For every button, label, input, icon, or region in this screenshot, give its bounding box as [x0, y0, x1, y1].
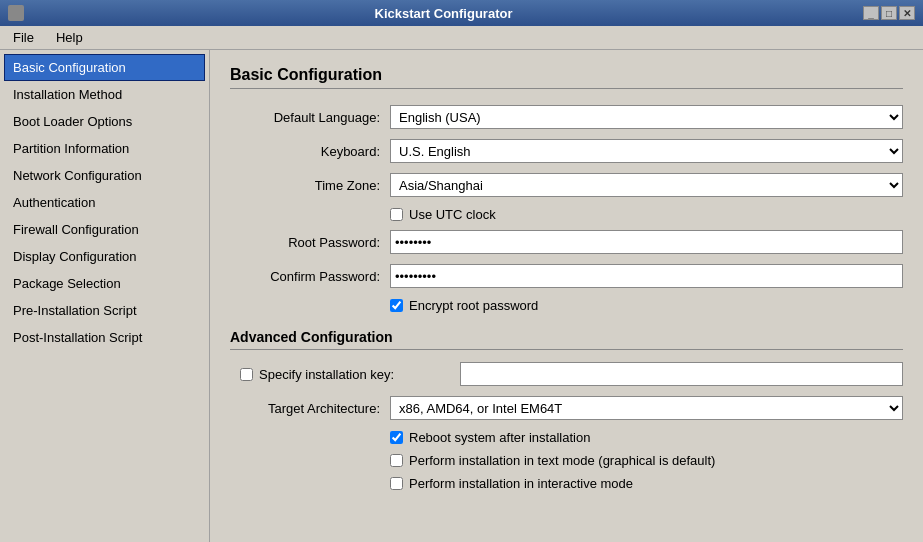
interactive-mode-row: Perform installation in interactive mode [390, 476, 903, 491]
confirm-password-label: Confirm Password: [230, 269, 390, 284]
content-area: Basic Configuration Default Language: En… [210, 50, 923, 542]
text-mode-checkbox[interactable] [390, 454, 403, 467]
minimize-button[interactable]: _ [863, 6, 879, 20]
keyboard-row: Keyboard: U.S. English [230, 139, 903, 163]
sidebar-item-boot-loader-options[interactable]: Boot Loader Options [4, 108, 205, 135]
keyboard-select[interactable]: U.S. English [390, 139, 903, 163]
default-language-label: Default Language: [230, 110, 390, 125]
app-icon [8, 5, 24, 21]
specify-key-input[interactable] [460, 362, 903, 386]
sidebar: Basic Configuration Installation Method … [0, 50, 210, 542]
close-button[interactable]: ✕ [899, 6, 915, 20]
section-title: Basic Configuration [230, 66, 903, 89]
sidebar-item-partition-information[interactable]: Partition Information [4, 135, 205, 162]
target-arch-label: Target Architecture: [230, 401, 390, 416]
sidebar-item-authentication[interactable]: Authentication [4, 189, 205, 216]
keyboard-label: Keyboard: [230, 144, 390, 159]
specify-key-checkbox[interactable] [240, 368, 253, 381]
menu-bar: File Help [0, 26, 923, 50]
default-language-select[interactable]: English (USA) [390, 105, 903, 129]
reboot-checkbox[interactable] [390, 431, 403, 444]
timezone-row: Time Zone: Asia/Shanghai [230, 173, 903, 197]
confirm-password-row: Confirm Password: [230, 264, 903, 288]
timezone-label: Time Zone: [230, 178, 390, 193]
encrypt-password-label: Encrypt root password [409, 298, 538, 313]
sidebar-item-post-installation-script[interactable]: Post-Installation Script [4, 324, 205, 351]
text-mode-label: Perform installation in text mode (graph… [409, 453, 715, 468]
utc-clock-checkbox[interactable] [390, 208, 403, 221]
main-container: Basic Configuration Installation Method … [0, 50, 923, 542]
interactive-mode-checkbox[interactable] [390, 477, 403, 490]
specify-key-row: Specify installation key: [230, 362, 903, 386]
menu-file[interactable]: File [4, 27, 43, 48]
sidebar-item-network-configuration[interactable]: Network Configuration [4, 162, 205, 189]
utc-clock-row: Use UTC clock [390, 207, 903, 222]
target-arch-select[interactable]: x86, AMD64, or Intel EM64T [390, 396, 903, 420]
utc-clock-label: Use UTC clock [409, 207, 496, 222]
reboot-label: Reboot system after installation [409, 430, 590, 445]
sidebar-item-firewall-configuration[interactable]: Firewall Configuration [4, 216, 205, 243]
confirm-password-input[interactable] [390, 264, 903, 288]
default-language-row: Default Language: English (USA) [230, 105, 903, 129]
sidebar-item-package-selection[interactable]: Package Selection [4, 270, 205, 297]
sidebar-item-basic-configuration[interactable]: Basic Configuration [4, 54, 205, 81]
encrypt-password-row: Encrypt root password [390, 298, 903, 313]
root-password-label: Root Password: [230, 235, 390, 250]
reboot-row: Reboot system after installation [390, 430, 903, 445]
menu-help[interactable]: Help [47, 27, 92, 48]
target-arch-row: Target Architecture: x86, AMD64, or Inte… [230, 396, 903, 420]
specify-key-label: Specify installation key: [259, 367, 394, 382]
sidebar-item-display-configuration[interactable]: Display Configuration [4, 243, 205, 270]
sidebar-item-pre-installation-script[interactable]: Pre-Installation Script [4, 297, 205, 324]
sidebar-item-installation-method[interactable]: Installation Method [4, 81, 205, 108]
window-title: Kickstart Configurator [24, 6, 863, 21]
advanced-section-title: Advanced Configuration [230, 329, 903, 350]
maximize-button[interactable]: □ [881, 6, 897, 20]
text-mode-row: Perform installation in text mode (graph… [390, 453, 903, 468]
title-bar: Kickstart Configurator _ □ ✕ [0, 0, 923, 26]
root-password-row: Root Password: [230, 230, 903, 254]
timezone-select[interactable]: Asia/Shanghai [390, 173, 903, 197]
encrypt-password-checkbox[interactable] [390, 299, 403, 312]
root-password-input[interactable] [390, 230, 903, 254]
interactive-mode-label: Perform installation in interactive mode [409, 476, 633, 491]
